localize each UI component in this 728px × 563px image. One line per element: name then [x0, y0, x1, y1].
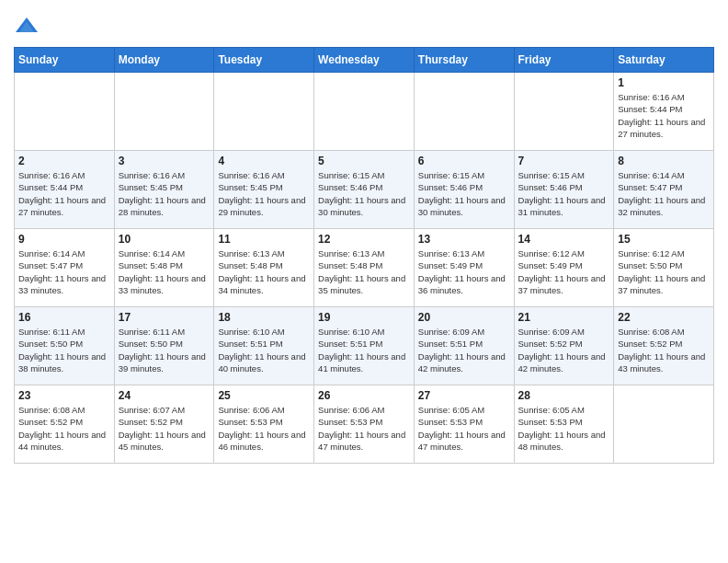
day-number: 14 — [518, 233, 610, 246]
day-info: Sunrise: 6:11 AM Sunset: 5:50 PM Dayligh… — [119, 326, 210, 374]
day-info: Sunrise: 6:10 AM Sunset: 5:51 PM Dayligh… — [218, 326, 310, 374]
day-number: 26 — [318, 389, 410, 402]
day-info: Sunrise: 6:15 AM Sunset: 5:46 PM Dayligh… — [418, 169, 510, 218]
day-info: Sunrise: 6:13 AM Sunset: 5:48 PM Dayligh… — [218, 247, 310, 296]
calendar-cell: 14Sunrise: 6:12 AM Sunset: 5:49 PM Dayli… — [514, 229, 614, 307]
day-number: 12 — [318, 233, 410, 246]
calendar-week-2: 9Sunrise: 6:14 AM Sunset: 5:47 PM Daylig… — [15, 229, 714, 307]
calendar-cell — [15, 73, 115, 151]
day-info: Sunrise: 6:16 AM Sunset: 5:44 PM Dayligh… — [618, 91, 710, 140]
calendar-cell: 17Sunrise: 6:11 AM Sunset: 5:50 PM Dayli… — [114, 307, 214, 385]
calendar-cell: 16Sunrise: 6:11 AM Sunset: 5:50 PM Dayli… — [15, 307, 115, 385]
calendar-cell: 1Sunrise: 6:16 AM Sunset: 5:44 PM Daylig… — [614, 73, 714, 151]
calendar-week-3: 16Sunrise: 6:11 AM Sunset: 5:50 PM Dayli… — [15, 307, 714, 385]
day-number: 11 — [218, 233, 310, 246]
calendar-cell: 23Sunrise: 6:08 AM Sunset: 5:52 PM Dayli… — [15, 385, 115, 464]
calendar-cell: 9Sunrise: 6:14 AM Sunset: 5:47 PM Daylig… — [15, 229, 115, 307]
calendar-cell: 21Sunrise: 6:09 AM Sunset: 5:52 PM Dayli… — [514, 307, 614, 385]
calendar-cell — [314, 73, 415, 151]
day-info: Sunrise: 6:09 AM Sunset: 5:51 PM Dayligh… — [418, 326, 510, 374]
calendar-cell — [614, 385, 714, 464]
day-info: Sunrise: 6:05 AM Sunset: 5:53 PM Dayligh… — [418, 404, 510, 453]
day-info: Sunrise: 6:14 AM Sunset: 5:48 PM Dayligh… — [119, 247, 210, 296]
calendar-cell — [214, 73, 314, 151]
day-number: 21 — [518, 311, 610, 324]
day-info: Sunrise: 6:13 AM Sunset: 5:48 PM Dayligh… — [318, 247, 410, 296]
day-info: Sunrise: 6:12 AM Sunset: 5:50 PM Dayligh… — [618, 247, 710, 296]
calendar-cell: 12Sunrise: 6:13 AM Sunset: 5:48 PM Dayli… — [314, 229, 415, 307]
day-info: Sunrise: 6:14 AM Sunset: 5:47 PM Dayligh… — [18, 247, 110, 296]
weekday-header-monday: Monday — [114, 48, 214, 73]
day-info: Sunrise: 6:11 AM Sunset: 5:50 PM Dayligh… — [18, 326, 110, 374]
day-number: 10 — [119, 233, 210, 246]
calendar-cell: 11Sunrise: 6:13 AM Sunset: 5:48 PM Dayli… — [214, 229, 314, 307]
calendar-week-0: 1Sunrise: 6:16 AM Sunset: 5:44 PM Daylig… — [15, 73, 714, 151]
day-info: Sunrise: 6:10 AM Sunset: 5:51 PM Dayligh… — [318, 326, 410, 374]
calendar-cell: 18Sunrise: 6:10 AM Sunset: 5:51 PM Dayli… — [214, 307, 314, 385]
calendar-cell — [414, 73, 514, 151]
day-info: Sunrise: 6:06 AM Sunset: 5:53 PM Dayligh… — [318, 404, 410, 453]
day-info: Sunrise: 6:14 AM Sunset: 5:47 PM Dayligh… — [618, 169, 710, 218]
day-number: 22 — [618, 311, 710, 324]
calendar-cell: 10Sunrise: 6:14 AM Sunset: 5:48 PM Dayli… — [114, 229, 214, 307]
day-number: 9 — [18, 233, 110, 246]
calendar-cell: 6Sunrise: 6:15 AM Sunset: 5:46 PM Daylig… — [414, 151, 514, 229]
day-number: 6 — [418, 155, 510, 167]
calendar-cell: 28Sunrise: 6:05 AM Sunset: 5:53 PM Dayli… — [514, 385, 614, 464]
day-info: Sunrise: 6:15 AM Sunset: 5:46 PM Dayligh… — [518, 169, 610, 218]
logo — [14, 14, 43, 40]
day-number: 7 — [518, 155, 610, 167]
day-number: 28 — [518, 389, 610, 402]
calendar-week-1: 2Sunrise: 6:16 AM Sunset: 5:44 PM Daylig… — [15, 151, 714, 229]
calendar-cell: 15Sunrise: 6:12 AM Sunset: 5:50 PM Dayli… — [614, 229, 714, 307]
day-number: 8 — [618, 155, 710, 167]
weekday-header-tuesday: Tuesday — [214, 48, 314, 73]
weekday-header-friday: Friday — [514, 48, 614, 73]
calendar-cell — [114, 73, 214, 151]
logo-icon — [14, 14, 40, 40]
calendar-cell: 26Sunrise: 6:06 AM Sunset: 5:53 PM Dayli… — [314, 385, 415, 464]
calendar-cell: 8Sunrise: 6:14 AM Sunset: 5:47 PM Daylig… — [614, 151, 714, 229]
day-info: Sunrise: 6:06 AM Sunset: 5:53 PM Dayligh… — [218, 404, 310, 453]
day-info: Sunrise: 6:16 AM Sunset: 5:45 PM Dayligh… — [218, 169, 310, 218]
day-info: Sunrise: 6:12 AM Sunset: 5:49 PM Dayligh… — [518, 247, 610, 296]
calendar-cell: 19Sunrise: 6:10 AM Sunset: 5:51 PM Dayli… — [314, 307, 415, 385]
weekday-header-sunday: Sunday — [15, 48, 115, 73]
calendar-cell: 4Sunrise: 6:16 AM Sunset: 5:45 PM Daylig… — [214, 151, 314, 229]
day-number: 4 — [218, 155, 310, 167]
day-number: 24 — [119, 389, 210, 402]
day-number: 13 — [418, 233, 510, 246]
day-info: Sunrise: 6:08 AM Sunset: 5:52 PM Dayligh… — [18, 404, 110, 453]
calendar-cell: 24Sunrise: 6:07 AM Sunset: 5:52 PM Dayli… — [114, 385, 214, 464]
day-info: Sunrise: 6:13 AM Sunset: 5:49 PM Dayligh… — [418, 247, 510, 296]
day-info: Sunrise: 6:16 AM Sunset: 5:45 PM Dayligh… — [119, 169, 210, 218]
calendar-header-row: SundayMondayTuesdayWednesdayThursdayFrid… — [15, 48, 714, 73]
calendar-cell — [514, 73, 614, 151]
calendar-cell: 13Sunrise: 6:13 AM Sunset: 5:49 PM Dayli… — [414, 229, 514, 307]
weekday-header-wednesday: Wednesday — [314, 48, 415, 73]
day-number: 25 — [218, 389, 310, 402]
day-number: 2 — [18, 155, 110, 167]
weekday-header-saturday: Saturday — [614, 48, 714, 73]
day-number: 20 — [418, 311, 510, 324]
calendar-cell: 22Sunrise: 6:08 AM Sunset: 5:52 PM Dayli… — [614, 307, 714, 385]
page-header — [14, 14, 714, 40]
day-info: Sunrise: 6:08 AM Sunset: 5:52 PM Dayligh… — [618, 326, 710, 374]
day-info: Sunrise: 6:05 AM Sunset: 5:53 PM Dayligh… — [518, 404, 610, 453]
calendar-cell: 2Sunrise: 6:16 AM Sunset: 5:44 PM Daylig… — [15, 151, 115, 229]
day-info: Sunrise: 6:07 AM Sunset: 5:52 PM Dayligh… — [119, 404, 210, 453]
day-number: 23 — [18, 389, 110, 402]
day-number: 27 — [418, 389, 510, 402]
weekday-header-thursday: Thursday — [414, 48, 514, 73]
calendar-week-4: 23Sunrise: 6:08 AM Sunset: 5:52 PM Dayli… — [15, 385, 714, 464]
day-number: 16 — [18, 311, 110, 324]
calendar-cell: 25Sunrise: 6:06 AM Sunset: 5:53 PM Dayli… — [214, 385, 314, 464]
day-number: 5 — [318, 155, 410, 167]
day-number: 17 — [119, 311, 210, 324]
calendar-cell: 20Sunrise: 6:09 AM Sunset: 5:51 PM Dayli… — [414, 307, 514, 385]
calendar-table: SundayMondayTuesdayWednesdayThursdayFrid… — [14, 47, 714, 464]
day-info: Sunrise: 6:15 AM Sunset: 5:46 PM Dayligh… — [318, 169, 410, 218]
day-number: 1 — [618, 76, 710, 89]
day-number: 15 — [618, 233, 710, 246]
day-number: 19 — [318, 311, 410, 324]
